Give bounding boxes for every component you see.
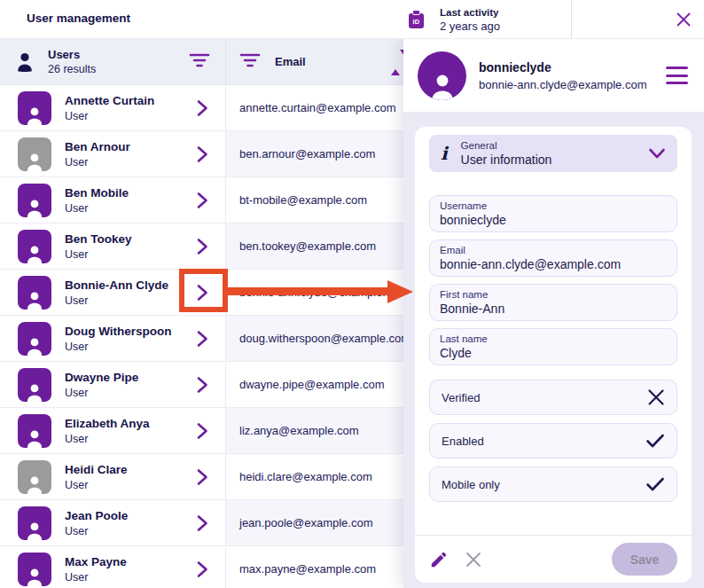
- user-role: User: [65, 525, 195, 537]
- user-list: Users 26 results Email: [0, 39, 403, 588]
- detail-email: bonnie-ann.clyde@example.com: [479, 78, 666, 91]
- person-icon: [24, 567, 45, 586]
- form-field[interactable]: First name Bonnie-Ann: [429, 284, 677, 321]
- panel-menu-button[interactable]: [666, 67, 688, 84]
- open-detail-button[interactable]: [195, 514, 209, 532]
- last-activity-label: Last activity: [440, 7, 500, 18]
- list-item-user-cell[interactable]: Ben Tookey User: [0, 223, 226, 269]
- chevron-right-icon: [196, 99, 209, 117]
- detail-avatar: [418, 51, 466, 100]
- detail-username: bonnieclyde: [479, 60, 666, 74]
- chevron-right-icon: [196, 145, 209, 163]
- user-role: User: [65, 294, 195, 307]
- open-detail-button[interactable]: [195, 561, 209, 578]
- field-value: Clyde: [440, 346, 667, 360]
- form-field[interactable]: Username bonnieclyde: [429, 195, 677, 232]
- user-name: Ben Tookey: [65, 232, 195, 246]
- section-header-general[interactable]: i General User information: [429, 135, 677, 172]
- list-item[interactable]: Doug Witherspoon User doug.witherspoon@e…: [0, 316, 403, 362]
- edit-button[interactable]: [429, 550, 449, 569]
- chevron-right-icon: [196, 514, 209, 532]
- person-icon: [24, 382, 45, 402]
- list-item[interactable]: Jean Poole User jean.poole@example.com: [0, 500, 403, 546]
- list-header: Users 26 results Email: [0, 39, 403, 85]
- user-avatar: [18, 506, 51, 540]
- user-name: Doug Witherspoon: [65, 325, 195, 338]
- open-detail-button[interactable]: [195, 376, 209, 394]
- list-item-email-cell: liz.anya@example.com: [226, 408, 403, 453]
- list-item-email-cell: heidi.clare@example.com: [226, 454, 403, 499]
- open-detail-button[interactable]: [195, 284, 209, 302]
- close-button[interactable]: [670, 6, 697, 33]
- section-category: General: [461, 140, 648, 151]
- users-filter-button[interactable]: [188, 52, 211, 72]
- form-field[interactable]: Last name Clyde: [429, 328, 677, 365]
- open-detail-button[interactable]: [195, 192, 209, 209]
- users-result-count: 26 results: [48, 63, 188, 75]
- detail-toggles: Verified Enabled Mobile only: [429, 380, 677, 502]
- cross-icon: [647, 388, 665, 406]
- open-detail-button[interactable]: [195, 330, 209, 348]
- list-item-email-cell: bt-mobile@example.com: [226, 177, 403, 223]
- filter-icon: [189, 52, 210, 68]
- list-item[interactable]: Heidi Clare User heidi.clare@example.com: [0, 454, 403, 500]
- email-filter-button[interactable]: [239, 52, 262, 72]
- list-item[interactable]: Elizabeth Anya User liz.anya@example.com: [0, 408, 403, 454]
- check-icon: [645, 476, 665, 492]
- list-item-user-cell[interactable]: Ben Arnour User: [0, 131, 226, 176]
- user-avatar: [18, 91, 51, 125]
- field-label: First name: [440, 289, 667, 300]
- list-item-user-cell[interactable]: Heidi Clare User: [0, 454, 226, 499]
- person-icon: [427, 72, 458, 100]
- list-item[interactable]: Ben Arnour User ben.arnour@example.com: [0, 131, 403, 177]
- toggle-row[interactable]: Mobile only: [429, 466, 677, 502]
- list-item-user-cell[interactable]: Ben Mobile User: [0, 177, 226, 223]
- toggle-row[interactable]: Verified: [429, 380, 677, 415]
- toggle-label: Verified: [442, 391, 480, 404]
- list-item[interactable]: Bonnie-Ann Clyde User bonnie-ann.clyde@e…: [0, 270, 403, 316]
- last-activity-value: 2 years ago: [440, 20, 500, 33]
- chevron-right-icon: [196, 468, 209, 486]
- filter-icon: [239, 52, 261, 68]
- list-item-user-cell[interactable]: Jean Poole User: [0, 500, 226, 545]
- user-name: Max Payne: [65, 555, 195, 568]
- user-name: Ben Mobile: [65, 186, 195, 200]
- save-button[interactable]: Save: [612, 543, 677, 576]
- person-icon: [24, 521, 45, 540]
- chevron-right-icon: [196, 284, 209, 302]
- open-detail-button[interactable]: [195, 468, 209, 486]
- list-item-user-cell[interactable]: Bonnie-Ann Clyde User: [0, 270, 226, 315]
- user-name: Jean Poole: [65, 509, 195, 522]
- user-avatar: [18, 368, 51, 402]
- list-item[interactable]: Ben Tookey User ben.tookey@example.com: [0, 223, 403, 270]
- list-item-user-cell[interactable]: Max Payne User: [0, 546, 226, 588]
- open-detail-button[interactable]: [195, 422, 209, 440]
- user-email: jean.poole@example.com: [239, 516, 373, 529]
- chevron-right-icon: [196, 422, 209, 440]
- list-item-user-cell[interactable]: Elizabeth Anya User: [0, 408, 226, 453]
- person-icon: [24, 198, 45, 217]
- list-item[interactable]: Annette Curtain User annette.curtain@exa…: [0, 85, 403, 131]
- open-detail-button[interactable]: [195, 145, 209, 163]
- user-role: User: [65, 248, 195, 261]
- open-detail-button[interactable]: [195, 99, 209, 117]
- cancel-button[interactable]: [465, 552, 481, 568]
- list-item-user-cell[interactable]: Dwayne Pipe User: [0, 362, 226, 407]
- list-item[interactable]: Max Payne User max.payne@example.com: [0, 546, 403, 588]
- toggle-row[interactable]: Enabled: [429, 423, 677, 459]
- email-sort-button[interactable]: [391, 52, 402, 72]
- person-icon: [24, 428, 45, 448]
- list-item-email-cell: max.payne@example.com: [226, 546, 403, 588]
- chevron-right-icon: [196, 561, 209, 578]
- toggle-label: Enabled: [442, 435, 484, 448]
- user-avatar: [18, 230, 51, 263]
- clipboard-id-icon: ID: [409, 10, 427, 29]
- form-field[interactable]: Email bonnie-ann.clyde@example.com: [429, 239, 677, 277]
- user-avatar: [18, 414, 51, 448]
- open-detail-button[interactable]: [195, 238, 209, 255]
- user-role: User: [65, 341, 195, 353]
- list-item[interactable]: Dwayne Pipe User dwayne.pipe@example.com: [0, 362, 403, 408]
- list-item-user-cell[interactable]: Annette Curtain User: [0, 85, 226, 130]
- list-item-user-cell[interactable]: Doug Witherspoon User: [0, 316, 226, 361]
- list-item[interactable]: Ben Mobile User bt-mobile@example.com: [0, 177, 403, 223]
